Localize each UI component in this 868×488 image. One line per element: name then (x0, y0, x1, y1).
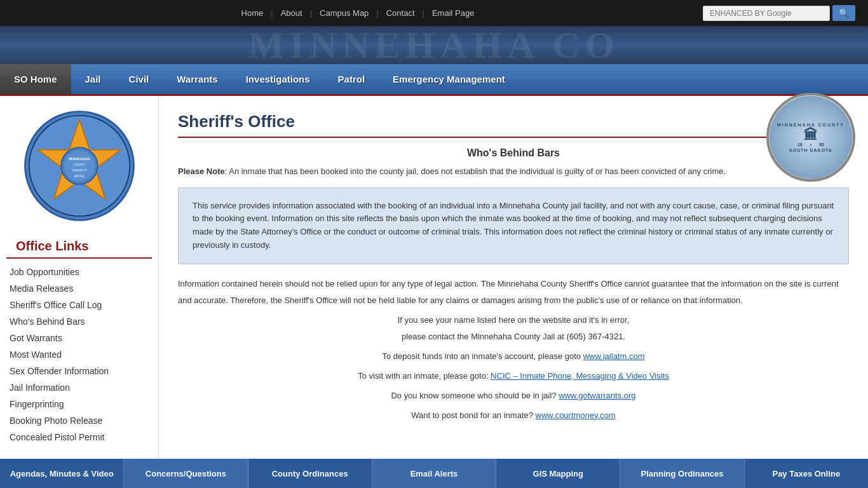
courtmoney-link[interactable]: www.courtmoney.com (536, 410, 616, 420)
footer-email-alerts[interactable]: Email Alerts (372, 459, 496, 488)
header-band: MINNEHAHA CO (0, 26, 868, 64)
sidebar-sex-offender[interactable]: Sex Offender Information (0, 363, 158, 379)
sidebar-most-wanted[interactable]: Most Wanted (0, 346, 158, 363)
topnav-campus-map[interactable]: Campus Map (312, 8, 376, 18)
sidebar-jail-info[interactable]: Jail Information (0, 379, 158, 396)
error-note: If you see your name listed here on the … (178, 312, 849, 345)
footer-county-ordinances[interactable]: County Ordinances (248, 459, 372, 488)
nav-civil[interactable]: Civil (115, 64, 163, 94)
footer: Agendas, Minutes & Video Concerns/Questi… (0, 459, 868, 488)
footer-agendas[interactable]: Agendas, Minutes & Video (0, 459, 124, 488)
sidebar-concealed-pistol[interactable]: Concealed Pistol Permit (0, 429, 158, 445)
nav-emergency-management[interactable]: Emergency Management (379, 64, 519, 94)
top-bar: Home | About | Campus Map | Contact | Em… (0, 0, 868, 26)
topnav-home[interactable]: Home (234, 8, 271, 18)
main-wrap: MINNEHAHA COUNTY SHERIFF'S OFFICE Office… (0, 96, 868, 464)
footer-pay-taxes[interactable]: Pay Taxes Online (745, 459, 868, 488)
content-area: Sheriff's Office Who's Behind Bars Pleas… (159, 96, 868, 464)
deposit-note: To deposit funds into an inmate's accoun… (178, 348, 849, 365)
sidebar-fingerprinting[interactable]: Fingerprinting (0, 396, 158, 412)
footer-planning-ordinances[interactable]: Planning Ordinances (620, 459, 744, 488)
sidebar-job-opportunities[interactable]: Job Opportunities (0, 264, 158, 280)
search-input[interactable] (703, 6, 830, 21)
legal-note: Information contained herein should not … (178, 276, 849, 309)
info-box: This service provides information associ… (178, 187, 849, 264)
nav-investigations[interactable]: Investigations (232, 64, 324, 94)
topnav-contact[interactable]: Contact (379, 8, 423, 18)
bottom-notes: Information contained herein should not … (178, 276, 849, 424)
sidebar-got-warrants[interactable]: Got Warrants (0, 330, 158, 346)
svg-text:MINNEHAHA: MINNEHAHA (69, 157, 90, 161)
ncic-link[interactable]: NCIC – Inmate Phone, Messaging & Video V… (491, 371, 669, 381)
sidebar: MINNEHAHA COUNTY SHERIFF'S OFFICE Office… (0, 96, 159, 464)
topnav-email-page[interactable]: Email Page (424, 8, 482, 18)
search-button[interactable]: 🔍 (832, 5, 855, 21)
please-note: Please Note: An inmate that has been boo… (178, 165, 849, 178)
nav-jail[interactable]: Jail (71, 64, 115, 94)
sidebar-call-log[interactable]: Sheriff's Office Call Log (0, 297, 158, 313)
search-bar: 🔍 (703, 5, 855, 21)
nav-bar: SO Home Jail Civil Warrants Investigatio… (0, 64, 868, 96)
county-logo: MINNEHAHA COUNTY 🏛 18 • 62 SOUTH DAKOTA (766, 93, 855, 182)
please-note-bold: Please Note (178, 166, 225, 176)
sheriff-badge-icon: MINNEHAHA COUNTY SHERIFF'S OFFICE (22, 109, 137, 223)
bond-note: Want to post bond for an inmate? www.cou… (178, 407, 849, 424)
jailatm-link[interactable]: www.jailatm.com (583, 351, 645, 361)
footer-concerns[interactable]: Concerns/Questions (124, 459, 248, 488)
svg-text:COUNTY: COUNTY (73, 163, 85, 166)
sidebar-booking-photo[interactable]: Booking Photo Release (0, 412, 158, 429)
footer-gis-mapping[interactable]: GIS Mapping (496, 459, 620, 488)
topnav-about[interactable]: About (273, 8, 310, 18)
svg-text:OFFICE: OFFICE (74, 175, 85, 178)
nav-patrol[interactable]: Patrol (324, 64, 379, 94)
wbb-heading: Who's Behind Bars (178, 147, 849, 159)
office-links-title: Office Links (6, 233, 152, 259)
sidebar-media-releases[interactable]: Media Releases (0, 280, 158, 297)
header-watermark: MINNEHAHA CO (248, 26, 620, 64)
nav-so-home[interactable]: SO Home (0, 64, 71, 94)
top-nav: Home | About | Campus Map | Contact | Em… (13, 8, 703, 18)
gotwarrants-link[interactable]: www.gotwarrants.org (559, 391, 635, 400)
sidebar-logo: MINNEHAHA COUNTY SHERIFF'S OFFICE (0, 96, 158, 233)
sidebar-whos-behind-bars[interactable]: Who's Behind Bars (0, 313, 158, 330)
page-title: Sheriff's Office (178, 112, 849, 138)
nav-warrants[interactable]: Warrants (163, 64, 231, 94)
please-note-text: : An inmate that has been booked into th… (225, 166, 726, 176)
visit-note: To visit with an inmate, please goto: NC… (178, 368, 849, 384)
svg-text:SHERIFF'S: SHERIFF'S (72, 169, 86, 172)
know-note: Do you know someone who should be in jai… (178, 388, 849, 404)
